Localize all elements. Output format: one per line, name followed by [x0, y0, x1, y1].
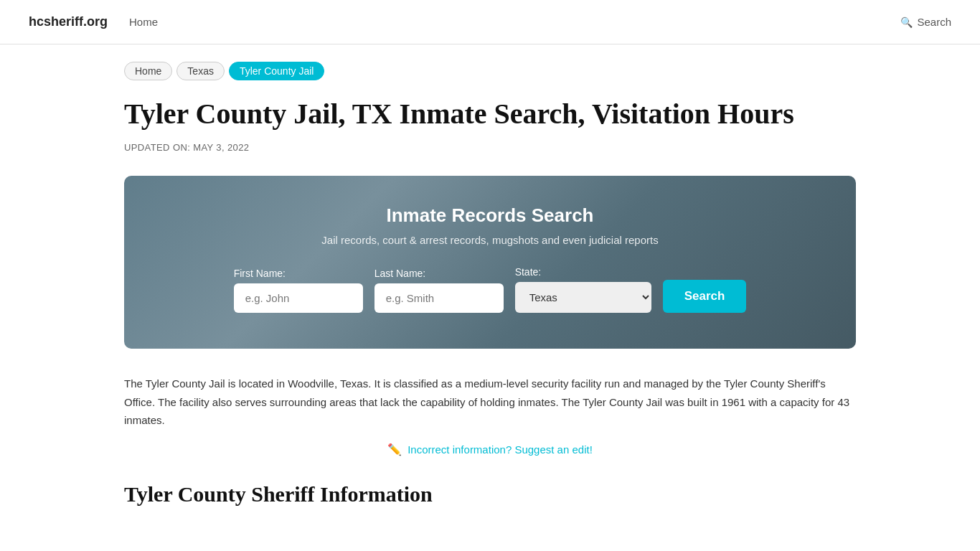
section-heading: Tyler County Sheriff Information — [124, 482, 856, 507]
breadcrumb-home[interactable]: Home — [124, 62, 172, 80]
search-icon: 🔍 — [900, 17, 913, 28]
last-name-group: Last Name: — [374, 268, 504, 313]
nav-search-label: Search — [917, 16, 951, 28]
state-label: State: — [515, 266, 542, 278]
breadcrumb: Home Texas Tyler County Jail — [124, 62, 856, 80]
main-content: Home Texas Tyler County Jail Tyler Count… — [95, 44, 885, 550]
search-button[interactable]: Search — [663, 280, 747, 313]
nav-search-button[interactable]: 🔍 Search — [900, 16, 951, 28]
state-group: State: AlabamaAlaskaArizonaArkansasCalif… — [515, 266, 651, 313]
updated-on: UPDATED ON: MAY 3, 2022 — [124, 142, 856, 153]
page-title: Tyler County Jail, TX Inmate Search, Vis… — [124, 98, 856, 131]
nav-home-link[interactable]: Home — [129, 16, 158, 28]
first-name-label: First Name: — [234, 268, 286, 279]
updated-prefix: UPDATED ON: — [124, 142, 190, 153]
last-name-input[interactable] — [374, 283, 504, 313]
nav-links: Home — [129, 16, 900, 28]
site-brand[interactable]: hcsheriff.org — [29, 14, 108, 29]
first-name-input[interactable] — [234, 283, 363, 313]
inmate-search-box: Inmate Records Search Jail records, cour… — [124, 176, 856, 349]
search-fields: First Name: Last Name: State: AlabamaAla… — [167, 266, 813, 313]
edit-icon: ✏️ — [387, 443, 402, 456]
suggest-edit: ✏️ Incorrect information? Suggest an edi… — [124, 443, 856, 456]
inmate-search-title: Inmate Records Search — [167, 204, 813, 227]
breadcrumb-tyler-county-jail[interactable]: Tyler County Jail — [229, 62, 324, 80]
last-name-label: Last Name: — [374, 268, 426, 279]
navbar: hcsheriff.org Home 🔍 Search — [0, 0, 980, 44]
state-select[interactable]: AlabamaAlaskaArizonaArkansasCaliforniaCo… — [515, 282, 651, 313]
breadcrumb-texas[interactable]: Texas — [176, 62, 225, 80]
suggest-edit-link[interactable]: Incorrect information? Suggest an edit! — [407, 443, 593, 456]
description-text: The Tyler County Jail is located in Wood… — [124, 375, 856, 430]
inmate-search-subtitle: Jail records, court & arrest records, mu… — [167, 234, 813, 246]
first-name-group: First Name: — [234, 268, 363, 313]
updated-date: MAY 3, 2022 — [193, 142, 249, 153]
